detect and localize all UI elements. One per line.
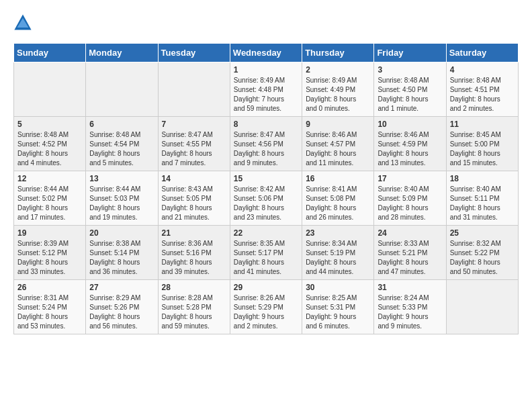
day-info: Sunrise: 8:46 AM Sunset: 4:59 PM Dayligh… xyxy=(378,130,442,168)
week-row-1: 1Sunrise: 8:49 AM Sunset: 4:48 PM Daylig… xyxy=(14,62,519,117)
day-number: 10 xyxy=(378,120,442,129)
day-number: 9 xyxy=(306,120,370,129)
day-info: Sunrise: 8:46 AM Sunset: 4:57 PM Dayligh… xyxy=(306,130,370,168)
day-number: 13 xyxy=(89,174,154,183)
calendar-cell: 17Sunrise: 8:40 AM Sunset: 5:09 PM Dayli… xyxy=(374,171,446,226)
calendar-cell: 21Sunrise: 8:36 AM Sunset: 5:16 PM Dayli… xyxy=(158,226,230,280)
day-number: 31 xyxy=(378,283,442,292)
calendar-cell: 8Sunrise: 8:47 AM Sunset: 4:56 PM Daylig… xyxy=(230,117,302,171)
day-number: 28 xyxy=(162,283,226,292)
day-info: Sunrise: 8:31 AM Sunset: 5:24 PM Dayligh… xyxy=(17,293,82,331)
column-header-monday: Monday xyxy=(86,44,158,62)
day-info: Sunrise: 8:44 AM Sunset: 5:03 PM Dayligh… xyxy=(89,185,154,222)
calendar-cell: 19Sunrise: 8:39 AM Sunset: 5:12 PM Dayli… xyxy=(14,226,86,280)
day-info: Sunrise: 8:35 AM Sunset: 5:17 PM Dayligh… xyxy=(234,239,298,277)
calendar-cell: 2Sunrise: 8:49 AM Sunset: 4:49 PM Daylig… xyxy=(302,62,374,117)
column-header-thursday: Thursday xyxy=(302,44,374,62)
day-info: Sunrise: 8:44 AM Sunset: 5:02 PM Dayligh… xyxy=(17,185,82,222)
day-number: 29 xyxy=(234,283,298,292)
day-number: 25 xyxy=(450,228,515,238)
week-row-4: 19Sunrise: 8:39 AM Sunset: 5:12 PM Dayli… xyxy=(14,226,519,280)
calendar-cell: 11Sunrise: 8:45 AM Sunset: 5:00 PM Dayli… xyxy=(446,117,518,171)
day-info: Sunrise: 8:48 AM Sunset: 4:54 PM Dayligh… xyxy=(89,130,154,168)
day-info: Sunrise: 8:45 AM Sunset: 5:00 PM Dayligh… xyxy=(450,130,515,168)
logo-icon xyxy=(13,13,32,32)
column-header-sunday: Sunday xyxy=(14,44,86,62)
calendar-cell: 10Sunrise: 8:46 AM Sunset: 4:59 PM Dayli… xyxy=(374,117,446,171)
day-number: 27 xyxy=(89,283,154,292)
day-info: Sunrise: 8:49 AM Sunset: 4:48 PM Dayligh… xyxy=(234,76,298,113)
page-container: SundayMondayTuesdayWednesdayThursdayFrid… xyxy=(0,0,532,341)
calendar-cell: 6Sunrise: 8:48 AM Sunset: 4:54 PM Daylig… xyxy=(86,117,158,171)
day-number: 17 xyxy=(378,174,442,183)
day-number: 14 xyxy=(162,174,226,183)
day-info: Sunrise: 8:39 AM Sunset: 5:12 PM Dayligh… xyxy=(17,239,82,277)
calendar-cell: 15Sunrise: 8:42 AM Sunset: 5:06 PM Dayli… xyxy=(230,171,302,226)
day-number: 21 xyxy=(162,228,226,238)
calendar-cell: 1Sunrise: 8:49 AM Sunset: 4:48 PM Daylig… xyxy=(230,62,302,117)
day-info: Sunrise: 8:41 AM Sunset: 5:08 PM Dayligh… xyxy=(306,185,370,222)
calendar-cell: 22Sunrise: 8:35 AM Sunset: 5:17 PM Dayli… xyxy=(230,226,302,280)
day-number: 8 xyxy=(234,120,298,129)
day-info: Sunrise: 8:49 AM Sunset: 4:49 PM Dayligh… xyxy=(306,76,370,113)
day-info: Sunrise: 8:48 AM Sunset: 4:50 PM Dayligh… xyxy=(378,76,442,113)
day-info: Sunrise: 8:24 AM Sunset: 5:33 PM Dayligh… xyxy=(378,293,442,331)
day-info: Sunrise: 8:33 AM Sunset: 5:21 PM Dayligh… xyxy=(378,239,442,277)
calendar-cell: 20Sunrise: 8:38 AM Sunset: 5:14 PM Dayli… xyxy=(86,226,158,280)
day-info: Sunrise: 8:48 AM Sunset: 4:51 PM Dayligh… xyxy=(450,76,515,113)
calendar-cell: 24Sunrise: 8:33 AM Sunset: 5:21 PM Dayli… xyxy=(374,226,446,280)
page-header xyxy=(13,13,519,32)
day-info: Sunrise: 8:32 AM Sunset: 5:22 PM Dayligh… xyxy=(450,239,515,277)
calendar-cell: 14Sunrise: 8:43 AM Sunset: 5:05 PM Dayli… xyxy=(158,171,230,226)
day-info: Sunrise: 8:38 AM Sunset: 5:14 PM Dayligh… xyxy=(89,239,154,277)
calendar-cell: 3Sunrise: 8:48 AM Sunset: 4:50 PM Daylig… xyxy=(374,62,446,117)
week-row-5: 26Sunrise: 8:31 AM Sunset: 5:24 PM Dayli… xyxy=(14,280,519,334)
calendar-cell: 27Sunrise: 8:29 AM Sunset: 5:26 PM Dayli… xyxy=(86,280,158,334)
day-info: Sunrise: 8:25 AM Sunset: 5:31 PM Dayligh… xyxy=(306,293,370,331)
day-info: Sunrise: 8:47 AM Sunset: 4:55 PM Dayligh… xyxy=(162,130,226,168)
calendar-cell: 26Sunrise: 8:31 AM Sunset: 5:24 PM Dayli… xyxy=(14,280,86,334)
day-number: 1 xyxy=(234,65,298,75)
day-number: 30 xyxy=(306,283,370,292)
day-number: 22 xyxy=(234,228,298,238)
day-info: Sunrise: 8:40 AM Sunset: 5:09 PM Dayligh… xyxy=(378,185,442,222)
calendar-cell: 25Sunrise: 8:32 AM Sunset: 5:22 PM Dayli… xyxy=(446,226,518,280)
day-number: 16 xyxy=(306,174,370,183)
calendar-cell: 16Sunrise: 8:41 AM Sunset: 5:08 PM Dayli… xyxy=(302,171,374,226)
calendar-cell xyxy=(86,62,158,117)
calendar-cell: 5Sunrise: 8:48 AM Sunset: 4:52 PM Daylig… xyxy=(14,117,86,171)
column-header-saturday: Saturday xyxy=(446,44,518,62)
calendar-header: SundayMondayTuesdayWednesdayThursdayFrid… xyxy=(14,44,519,62)
day-info: Sunrise: 8:34 AM Sunset: 5:19 PM Dayligh… xyxy=(306,239,370,277)
calendar-cell xyxy=(14,62,86,117)
day-info: Sunrise: 8:29 AM Sunset: 5:26 PM Dayligh… xyxy=(89,293,154,331)
day-number: 24 xyxy=(378,228,442,238)
calendar-cell: 9Sunrise: 8:46 AM Sunset: 4:57 PM Daylig… xyxy=(302,117,374,171)
day-number: 5 xyxy=(17,120,82,129)
day-info: Sunrise: 8:42 AM Sunset: 5:06 PM Dayligh… xyxy=(234,185,298,222)
day-number: 18 xyxy=(450,174,515,183)
day-info: Sunrise: 8:26 AM Sunset: 5:29 PM Dayligh… xyxy=(234,293,298,331)
day-number: 12 xyxy=(17,174,82,183)
header-row: SundayMondayTuesdayWednesdayThursdayFrid… xyxy=(14,44,519,62)
day-info: Sunrise: 8:40 AM Sunset: 5:11 PM Dayligh… xyxy=(450,185,515,222)
calendar-table: SundayMondayTuesdayWednesdayThursdayFrid… xyxy=(13,43,519,334)
day-number: 26 xyxy=(17,283,82,292)
calendar-cell xyxy=(446,280,518,334)
logo xyxy=(13,13,35,32)
day-number: 23 xyxy=(306,228,370,238)
calendar-cell: 23Sunrise: 8:34 AM Sunset: 5:19 PM Dayli… xyxy=(302,226,374,280)
day-number: 2 xyxy=(306,65,370,75)
calendar-cell: 7Sunrise: 8:47 AM Sunset: 4:55 PM Daylig… xyxy=(158,117,230,171)
calendar-cell: 31Sunrise: 8:24 AM Sunset: 5:33 PM Dayli… xyxy=(374,280,446,334)
calendar-body: 1Sunrise: 8:49 AM Sunset: 4:48 PM Daylig… xyxy=(14,62,519,334)
column-header-friday: Friday xyxy=(374,44,446,62)
calendar-cell: 30Sunrise: 8:25 AM Sunset: 5:31 PM Dayli… xyxy=(302,280,374,334)
calendar-cell xyxy=(158,62,230,117)
day-number: 15 xyxy=(234,174,298,183)
calendar-cell: 13Sunrise: 8:44 AM Sunset: 5:03 PM Dayli… xyxy=(86,171,158,226)
column-header-tuesday: Tuesday xyxy=(158,44,230,62)
calendar-cell: 12Sunrise: 8:44 AM Sunset: 5:02 PM Dayli… xyxy=(14,171,86,226)
day-number: 20 xyxy=(89,228,154,238)
day-number: 4 xyxy=(450,65,515,75)
